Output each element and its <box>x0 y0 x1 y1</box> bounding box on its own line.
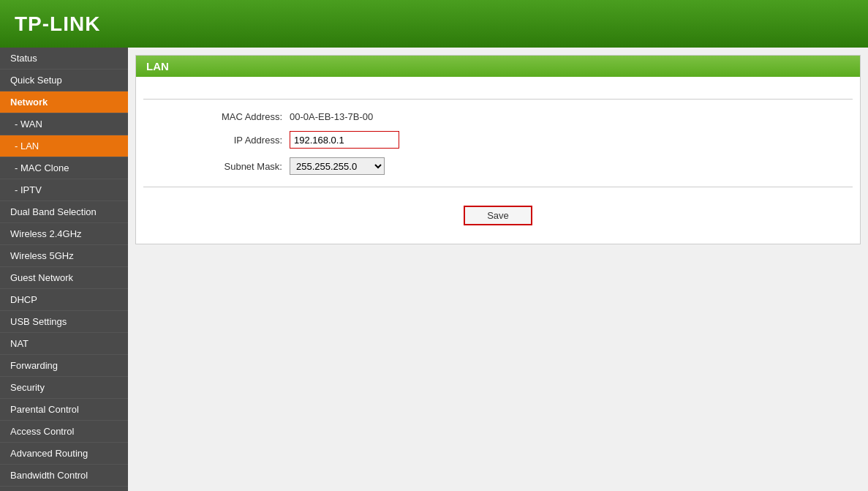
sidebar-item-forwarding[interactable]: Forwarding <box>0 355 128 377</box>
sidebar-item-dual-band[interactable]: Dual Band Selection <box>0 201 128 223</box>
mac-address-field: 00-0A-EB-13-7B-00 <box>290 111 373 122</box>
divider-top <box>143 99 853 100</box>
sidebar-item-security[interactable]: Security <box>0 377 128 399</box>
ip-address-input[interactable] <box>290 131 399 149</box>
body: StatusQuick SetupNetwork- WAN- LAN- MAC … <box>0 48 868 491</box>
divider-bottom <box>143 187 853 187</box>
ip-address-label: IP Address: <box>143 135 290 146</box>
section-title: LAN <box>136 56 860 77</box>
sidebar: StatusQuick SetupNetwork- WAN- LAN- MAC … <box>0 48 128 491</box>
header: TP-LINK <box>0 0 868 48</box>
sidebar-item-wan[interactable]: - WAN <box>0 113 128 135</box>
sidebar-item-wireless-5[interactable]: Wireless 5GHz <box>0 245 128 267</box>
sidebar-item-dhcp[interactable]: DHCP <box>0 289 128 311</box>
sidebar-item-nat[interactable]: NAT <box>0 333 128 355</box>
sidebar-item-advanced-routing[interactable]: Advanced Routing <box>0 443 128 465</box>
sidebar-item-lan[interactable]: - LAN <box>0 135 128 157</box>
sidebar-item-iptv[interactable]: - IPTV <box>0 179 128 201</box>
sidebar-item-ip-mac-binding[interactable]: IP & MAC Binding <box>0 487 128 491</box>
mac-address-label: MAC Address: <box>143 111 290 122</box>
sidebar-item-mac-clone[interactable]: - MAC Clone <box>0 157 128 179</box>
ip-address-field <box>290 131 399 149</box>
subnet-mask-row: Subnet Mask: 255.255.255.0255.255.0.0255… <box>143 153 853 179</box>
sidebar-item-quick-setup[interactable]: Quick Setup <box>0 70 128 91</box>
lan-section: LAN MAC Address: 00-0A-EB-13-7B-00 IP Ad… <box>135 55 861 244</box>
sidebar-item-access-control[interactable]: Access Control <box>0 421 128 443</box>
ip-address-row: IP Address: <box>143 127 853 153</box>
sidebar-item-network[interactable]: Network <box>0 91 128 113</box>
sidebar-item-guest-network[interactable]: Guest Network <box>0 267 128 289</box>
save-button[interactable]: Save <box>464 206 532 225</box>
mac-address-row: MAC Address: 00-0A-EB-13-7B-00 <box>143 107 853 127</box>
save-row: Save <box>143 195 853 229</box>
sidebar-item-parental-control[interactable]: Parental Control <box>0 399 128 421</box>
subnet-mask-select[interactable]: 255.255.255.0255.255.0.0255.0.0.0 <box>290 157 385 175</box>
sidebar-item-wireless-24[interactable]: Wireless 2.4GHz <box>0 223 128 245</box>
logo: TP-LINK <box>15 12 100 36</box>
sidebar-item-status[interactable]: Status <box>0 48 128 70</box>
main-content: LAN MAC Address: 00-0A-EB-13-7B-00 IP Ad… <box>128 48 868 491</box>
sidebar-item-usb-settings[interactable]: USB Settings <box>0 311 128 333</box>
mac-address-value: 00-0A-EB-13-7B-00 <box>290 111 373 122</box>
subnet-mask-label: Subnet Mask: <box>143 161 290 172</box>
section-body: MAC Address: 00-0A-EB-13-7B-00 IP Addres… <box>136 77 860 244</box>
sidebar-item-bandwidth-control[interactable]: Bandwidth Control <box>0 465 128 487</box>
subnet-mask-field: 255.255.255.0255.255.0.0255.0.0.0 <box>290 157 385 175</box>
